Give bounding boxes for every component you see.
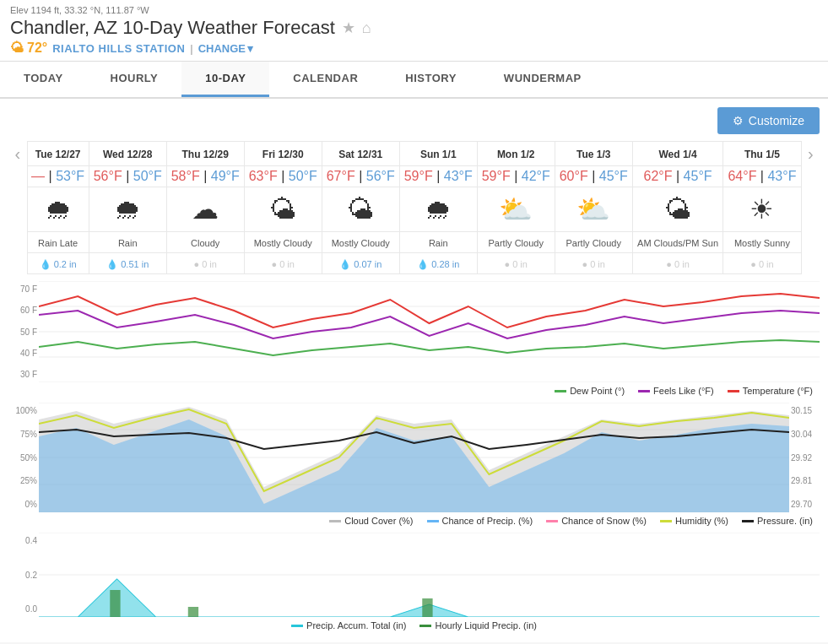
precip-chart-svg <box>39 533 820 617</box>
separator: | <box>190 42 192 55</box>
precip-spacer-left <box>8 253 27 274</box>
cloud-chart-legend: Cloud Cover (%) Chance of Precip. (%) Ch… <box>8 512 820 529</box>
hourly-liquid-legend: Hourly Liquid Precip. (in) <box>419 620 536 630</box>
dew-point-legend: Dew Point (°) <box>555 386 625 396</box>
sun-icon: 🌤 <box>10 41 24 56</box>
customize-button[interactable]: ⚙ Customize <box>717 107 820 134</box>
cond-spacer-left <box>8 232 27 253</box>
precip-chance-legend: Chance of Precip. (%) <box>427 516 533 526</box>
precip-row: 💧 0.2 in 💧 0.51 in ● 0 in ● 0 in 💧 0.07 … <box>8 253 820 274</box>
day-0-temps: — | 53°F <box>27 166 89 187</box>
day-2-temps: 58°F | 49°F <box>166 166 244 187</box>
day-4-cond: Mostly Cloudy <box>322 232 399 253</box>
temp-y-axis: 70 F 60 F 50 F 40 F 30 F <box>8 281 39 382</box>
tab-hourly[interactable]: HOURLY <box>87 62 182 97</box>
day-6-temps: 59°F | 42°F <box>477 166 555 187</box>
precip-chart-wrapper: 0.4 0.2 0.0 <box>8 533 820 617</box>
tab-wundermap[interactable]: WUNDERMAP <box>480 62 605 97</box>
day-9-icon: ☀ <box>723 187 801 232</box>
day-2-cond: Cloudy <box>166 232 244 253</box>
feels-like-legend: Feels Like (°F) <box>638 386 714 396</box>
cloud-chart-svg <box>39 403 789 512</box>
day-0-cond: Rain Late <box>27 232 89 253</box>
content-area: ⚙ Customize ‹ Tue 12/27 Wed 12/28 Thu 12… <box>0 99 828 642</box>
station-name[interactable]: RIALTO HILLS STATION <box>52 42 185 55</box>
tab-history[interactable]: HISTORY <box>382 62 480 97</box>
temps-row: — | 53°F 56°F | 50°F 58°F | 49°F 63°F | … <box>8 166 820 187</box>
day-5-precip: 💧 0.28 in <box>399 253 477 274</box>
temperature-color <box>728 390 739 392</box>
title-text: Chandler, AZ 10-Day Weather Forecast <box>10 17 335 39</box>
cloud-cover-legend: Cloud Cover (%) <box>329 516 413 526</box>
day-2-date: Thu 12/29 <box>166 142 244 166</box>
day-8-cond: AM Clouds/PM Sun <box>632 232 723 253</box>
day-7-icon: ⛅ <box>555 187 632 232</box>
svg-rect-18 <box>422 598 432 617</box>
home-icon[interactable]: ⌂ <box>362 19 371 37</box>
right-arrow-icon: › <box>808 144 814 163</box>
cloud-chart-wrapper: 100% 75% 50% 25% 0% <box>8 403 820 512</box>
gear-icon: ⚙ <box>733 114 744 127</box>
cloud-y-axis-left: 100% 75% 50% 25% 0% <box>8 403 39 512</box>
temp-chart-svg <box>39 281 820 382</box>
day-0-icon: 🌧 <box>27 187 89 232</box>
day-4-date: Sat 12/31 <box>322 142 399 166</box>
day-1-temps: 56°F | 50°F <box>89 166 166 187</box>
cloud-cover-color <box>329 520 341 522</box>
icons-row: 🌧 🌧 ☁ 🌤 🌤 🌧 ⛅ ⛅ 🌤 ☀ <box>8 187 820 232</box>
icons-spacer-right <box>801 187 820 232</box>
day-2-icon: ☁ <box>166 187 244 232</box>
day-3-date: Fri 12/30 <box>244 142 322 166</box>
dew-point-color <box>555 390 566 392</box>
day-8-date: Wed 1/4 <box>632 142 723 166</box>
temperature-legend: Temperature (°F) <box>728 386 813 396</box>
temp-value: 72° <box>27 41 47 56</box>
conditions-row: Rain Late Rain Cloudy Mostly Cloudy Most… <box>8 232 820 253</box>
day-7-temps: 60°F | 45°F <box>555 166 632 187</box>
day-6-icon: ⛅ <box>477 187 555 232</box>
day-6-cond: Partly Cloudy <box>477 232 555 253</box>
tab-today[interactable]: TODAY <box>0 62 87 97</box>
day-0-date: Tue 12/27 <box>27 142 89 166</box>
next-arrow[interactable]: › <box>801 142 820 166</box>
page-title: Chandler, AZ 10-Day Weather Forecast ★ ⌂ <box>10 17 818 39</box>
day-5-icon: 🌧 <box>399 187 477 232</box>
day-4-icon: 🌤 <box>322 187 399 232</box>
customize-label: Customize <box>749 114 804 127</box>
day-6-date: Mon 1/2 <box>477 142 555 166</box>
precip-total-legend: Precip. Accum. Total (in) <box>291 620 406 630</box>
snow-chance-legend: Chance of Snow (%) <box>546 516 647 526</box>
chevron-down-icon: ▾ <box>247 42 253 55</box>
day-1-icon: 🌧 <box>89 187 166 232</box>
top-bar: Elev 1194 ft, 33.32 °N, 111.87 °W Chandl… <box>0 0 828 62</box>
change-button[interactable]: CHANGE ▾ <box>198 42 253 55</box>
cloud-chart-area <box>39 403 789 512</box>
change-label: CHANGE <box>198 42 246 55</box>
day-3-icon: 🌤 <box>244 187 322 232</box>
day-9-date: Thu 1/5 <box>723 142 801 166</box>
humidity-color <box>660 520 672 522</box>
cloud-y-axis-right: 30.15 30.04 29.92 29.81 29.70 <box>789 403 820 512</box>
temp-chart-legend: Dew Point (°) Feels Like (°F) Temperatur… <box>8 382 820 399</box>
tab-calendar[interactable]: CALENDAR <box>269 62 382 97</box>
precip-y-axis: 0.4 0.2 0.0 <box>8 533 39 617</box>
precip-chance-color <box>427 520 439 522</box>
prev-arrow[interactable]: ‹ <box>8 142 27 166</box>
day-1-precip: 💧 0.51 in <box>89 253 166 274</box>
station-temp: 🌤 72° <box>10 41 47 56</box>
day-3-precip: ● 0 in <box>244 253 322 274</box>
day-4-precip: 💧 0.07 in <box>322 253 399 274</box>
day-0-precip: 💧 0.2 in <box>27 253 89 274</box>
precip-total-color <box>291 625 303 627</box>
day-7-date: Tue 1/3 <box>555 142 632 166</box>
station-bar: 🌤 72° RIALTO HILLS STATION | CHANGE ▾ <box>10 41 818 56</box>
hourly-liquid-color <box>419 625 431 627</box>
tab-10day[interactable]: 10-DAY <box>181 62 269 97</box>
svg-rect-17 <box>188 607 198 617</box>
star-icon[interactable]: ★ <box>342 19 355 37</box>
day-2-precip: ● 0 in <box>166 253 244 274</box>
day-3-cond: Mostly Cloudy <box>244 232 322 253</box>
cond-spacer-right <box>801 232 820 253</box>
feels-like-color <box>638 390 650 392</box>
day-8-precip: ● 0 in <box>632 253 723 274</box>
